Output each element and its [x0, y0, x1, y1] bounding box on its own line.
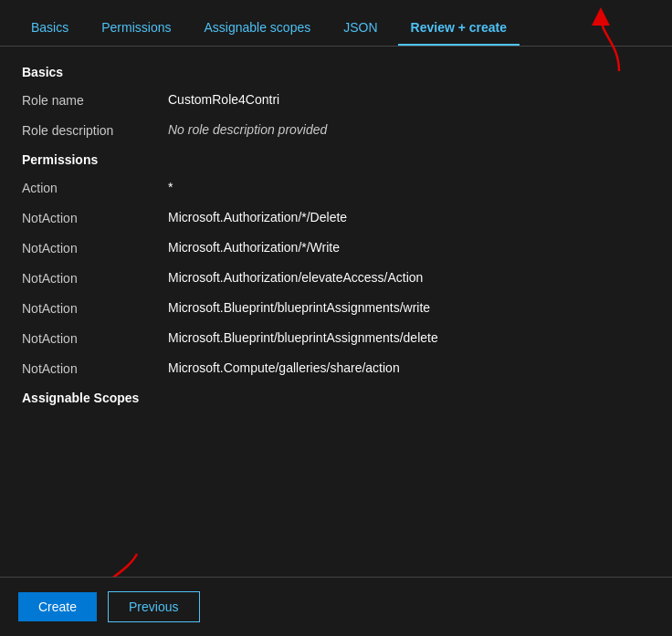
notaction-value-3: Microsoft.Authorization/elevateAccess/Ac… — [168, 270, 423, 285]
notaction-row-4: NotAction Microsoft.Blueprint/blueprintA… — [22, 300, 650, 316]
notaction-label-6: NotAction — [22, 360, 168, 376]
bottom-bar: Create Previous — [0, 577, 672, 636]
notaction-row-1: NotAction Microsoft.Authorization/*/Dele… — [22, 210, 650, 225]
notaction-label-3: NotAction — [22, 270, 168, 286]
assignable-scopes-section-title: Assignable Scopes — [22, 391, 650, 405]
notaction-row-2: NotAction Microsoft.Authorization/*/Writ… — [22, 240, 650, 255]
main-content: Basics Role name CustomRole4Contri Role … — [0, 47, 672, 564]
notaction-value-4: Microsoft.Blueprint/blueprintAssignments… — [168, 300, 430, 315]
notaction-label-4: NotAction — [22, 300, 168, 316]
action-label: Action — [22, 180, 168, 195]
role-description-label: Role description — [22, 122, 168, 138]
create-button[interactable]: Create — [18, 592, 97, 621]
role-description-row: Role description No role description pro… — [22, 122, 650, 138]
notaction-label-5: NotAction — [22, 330, 168, 346]
notaction-label-1: NotAction — [22, 210, 168, 225]
role-name-row: Role name CustomRole4Contri — [22, 92, 650, 108]
tab-assignable-scopes[interactable]: Assignable scopes — [191, 11, 323, 46]
role-description-value: No role description provided — [168, 122, 327, 137]
permissions-section-title: Permissions — [22, 152, 650, 167]
tab-json[interactable]: JSON — [331, 11, 390, 46]
notaction-value-6: Microsoft.Compute/galleries/share/action — [168, 360, 400, 375]
notaction-value-2: Microsoft.Authorization/*/Write — [168, 240, 340, 255]
tab-basics[interactable]: Basics — [18, 11, 81, 46]
previous-button[interactable]: Previous — [108, 591, 199, 622]
notaction-row-3: NotAction Microsoft.Authorization/elevat… — [22, 270, 650, 286]
notaction-value-5: Microsoft.Blueprint/blueprintAssignments… — [168, 330, 438, 345]
role-name-value: CustomRole4Contri — [168, 92, 279, 107]
notaction-value-1: Microsoft.Authorization/*/Delete — [168, 210, 347, 224]
action-value: * — [168, 180, 173, 194]
notaction-label-2: NotAction — [22, 240, 168, 255]
notaction-row-6: NotAction Microsoft.Compute/galleries/sh… — [22, 360, 650, 376]
tab-review-create[interactable]: Review + create — [398, 11, 520, 46]
notaction-row-5: NotAction Microsoft.Blueprint/blueprintA… — [22, 330, 650, 346]
action-row: Action * — [22, 180, 650, 195]
nav-tabs: Basics Permissions Assignable scopes JSO… — [0, 0, 672, 47]
basics-section-title: Basics — [22, 65, 650, 79]
role-name-label: Role name — [22, 92, 168, 108]
tab-permissions[interactable]: Permissions — [89, 11, 184, 46]
